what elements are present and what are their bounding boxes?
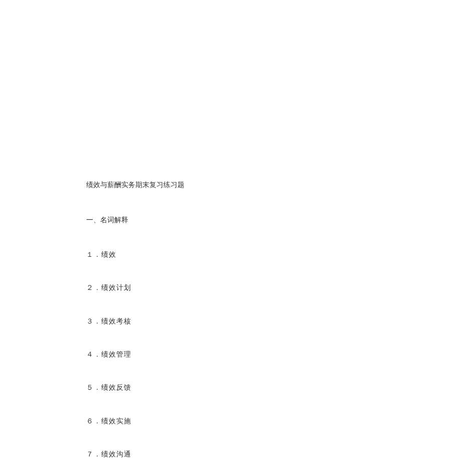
list-item: １．绩效 [86, 249, 377, 260]
list-item: ２．绩效计划 [86, 282, 377, 293]
list-item: ６．绩效实施 [86, 416, 377, 427]
list-item: ７．绩效沟通 [86, 449, 377, 460]
section-header: 一、名词解释 [86, 215, 377, 226]
document-title: 绩效与薪酬实务期末复习练习题 [86, 180, 377, 191]
list-item: ５．绩效反馈 [86, 382, 377, 393]
document-content: 绩效与薪酬实务期末复习练习题 一、名词解释 １．绩效 ２．绩效计划 ３．绩效考核… [86, 180, 377, 476]
list-item: ３．绩效考核 [86, 316, 377, 327]
list-item: ４．绩效管理 [86, 349, 377, 360]
